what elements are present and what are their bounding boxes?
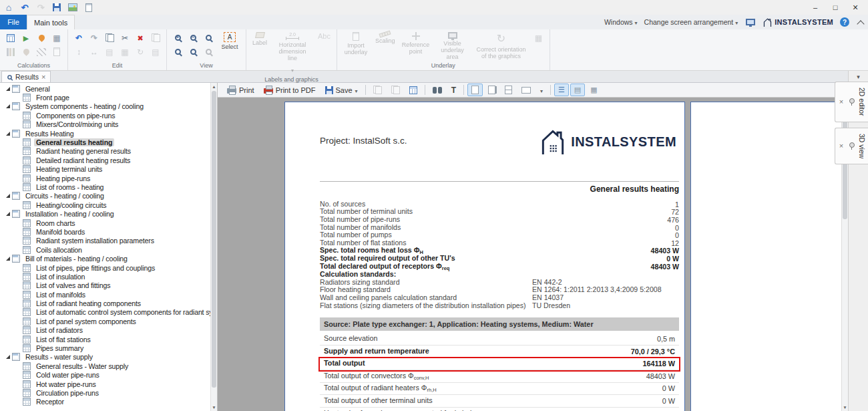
expander-icon[interactable] (4, 255, 12, 263)
tree-item[interactable]: List of radiant heating components (0, 299, 217, 307)
calculation-report-button[interactable] (50, 45, 63, 58)
save-button[interactable]: Save (321, 84, 362, 96)
expander-icon[interactable] (4, 353, 12, 361)
maximize-button[interactable] (825, 1, 845, 13)
tree-item[interactable]: Detailed radiant heating results (0, 156, 217, 164)
close-icon[interactable] (837, 98, 845, 106)
run-calculation-button[interactable] (19, 31, 33, 44)
tree-item[interactable]: List of flat stations (0, 335, 217, 344)
tree-item[interactable]: System components - heating / cooling (0, 102, 217, 111)
expander-icon[interactable] (4, 130, 12, 138)
calculation-options-button[interactable] (4, 45, 17, 58)
collapse-ribbon-button[interactable] (856, 17, 865, 27)
tree-item[interactable]: Receptor (0, 398, 217, 406)
tree-item[interactable]: General results heating (0, 138, 217, 146)
tree-item[interactable]: Cold water pipe-runs (0, 371, 217, 380)
undo-button[interactable] (19, 1, 31, 13)
save-project-button[interactable] (51, 1, 63, 13)
scroll-down-arrow[interactable]: ▼ (842, 404, 848, 411)
pin-icon[interactable] (849, 98, 855, 106)
copy-all-pages-button[interactable] (387, 84, 404, 96)
correct-orientation-button[interactable]: Correct orientation of the graphics (473, 31, 529, 60)
toggle-outline-button[interactable] (554, 84, 569, 96)
tree-item[interactable]: Manifold boards (0, 227, 217, 236)
paste-button[interactable] (149, 31, 162, 44)
pin-icon[interactable] (849, 142, 855, 150)
tree-item[interactable]: Heating/cooling circuits (0, 200, 217, 209)
tree-item[interactable]: Coils allocation (0, 245, 217, 254)
tree-item[interactable]: List of insulation (0, 272, 217, 281)
tree-item[interactable]: Front page (0, 93, 217, 102)
tree-item[interactable]: List of panel system components (0, 317, 217, 325)
align-button[interactable] (103, 45, 116, 58)
tree-item[interactable]: Mixers/Control/mixing units (0, 120, 217, 129)
redo-button[interactable] (35, 1, 47, 13)
tree-item[interactable]: Heating terminal units (0, 165, 217, 174)
zoom-out-button[interactable] (186, 31, 200, 44)
tree-item[interactable]: Circulation pipe-runs (0, 388, 217, 397)
results-tab[interactable]: Results (1, 71, 51, 82)
scroll-up-arrow[interactable]: ▲ (211, 83, 217, 90)
tree-item[interactable]: Heating pipe-runs (0, 174, 217, 182)
expander-icon[interactable] (4, 210, 12, 218)
tree-item[interactable]: List of radiators (0, 326, 217, 335)
scroll-down-arrow[interactable]: ▼ (211, 404, 217, 411)
tree-item[interactable]: Radiant heating general results (0, 147, 217, 156)
close-icon[interactable] (837, 142, 845, 150)
zoom-previous-button[interactable] (202, 45, 215, 58)
multi-page-view-button[interactable] (501, 84, 516, 96)
tree-item[interactable]: Results - water supply (0, 353, 217, 362)
scrollbar-thumb[interactable] (212, 91, 216, 388)
calculation-results-button[interactable] (4, 31, 17, 44)
strip-menu-button[interactable] (849, 72, 868, 82)
change-screen-arrangement-menu[interactable]: Change screen arrangement (644, 18, 738, 26)
tree-item[interactable]: List of rooms - heating (0, 182, 217, 191)
underlay-grid-button[interactable] (532, 31, 546, 44)
facing-pages-view-button[interactable] (484, 84, 499, 96)
zoom-in-button[interactable] (171, 31, 184, 44)
file-tab[interactable]: File (0, 15, 27, 29)
zoom-fit-button[interactable] (202, 31, 215, 44)
side-tab[interactable]: 2D editor (835, 82, 868, 122)
move-up-button[interactable] (72, 45, 85, 58)
page-width-view-button[interactable] (517, 85, 535, 96)
help-button[interactable] (840, 17, 849, 27)
delete-button[interactable] (134, 31, 147, 44)
tree-scrollbar[interactable]: ▲ ▼ (210, 83, 217, 411)
tree-item[interactable]: List of automatic control system compone… (0, 308, 217, 317)
tree-item[interactable]: Components on pipe-runs (0, 111, 217, 120)
tree-item[interactable]: Room charts (0, 219, 217, 227)
side-tab[interactable]: 3D view (835, 128, 868, 164)
minimize-button[interactable] (805, 1, 825, 13)
scaling-button[interactable]: Scaling (373, 31, 397, 45)
undo-button[interactable] (72, 31, 85, 44)
horizontal-dimension-line-button[interactable]: 2.0 Horizontal dimension line (272, 31, 313, 76)
redo-button[interactable] (87, 31, 101, 44)
tree-item[interactable]: Pipes summary (0, 344, 217, 352)
preview-settings-button[interactable] (586, 84, 601, 96)
expander-icon[interactable] (4, 85, 12, 93)
zoom-dropdown[interactable] (536, 84, 547, 96)
move-side-button[interactable] (87, 45, 101, 58)
copy-button[interactable] (103, 31, 116, 44)
cut-button[interactable] (118, 31, 132, 44)
tree-item[interactable]: Radiant system installation parameters (0, 237, 217, 245)
tree-item[interactable]: List of manifolds (0, 290, 217, 299)
screen-arrangement-button[interactable] (744, 16, 756, 28)
tree-item[interactable]: Results Heating (0, 129, 217, 138)
mirror-button[interactable] (149, 45, 162, 58)
tree-item[interactable]: Bill of materials - heating / cooling (0, 254, 217, 263)
main-tools-tab[interactable]: Main tools (27, 15, 75, 29)
visible-underlay-area-button[interactable]: Visible underlay area (435, 31, 471, 61)
import-underlay-button[interactable]: Import underlay (341, 31, 371, 56)
zoom-pan-button[interactable] (171, 45, 184, 58)
zoom-area-button[interactable] (186, 45, 200, 58)
search-button[interactable] (429, 85, 446, 96)
tree-item[interactable]: Installation - heating / cooling (0, 209, 217, 218)
tree-item[interactable]: List of valves and fittings (0, 281, 217, 290)
diagnostics-button[interactable] (50, 31, 63, 44)
abc-text-button[interactable]: Abc (316, 31, 333, 41)
single-page-view-button[interactable] (467, 84, 483, 96)
distribute-button[interactable] (118, 45, 132, 58)
close-tab-icon[interactable] (41, 73, 45, 81)
